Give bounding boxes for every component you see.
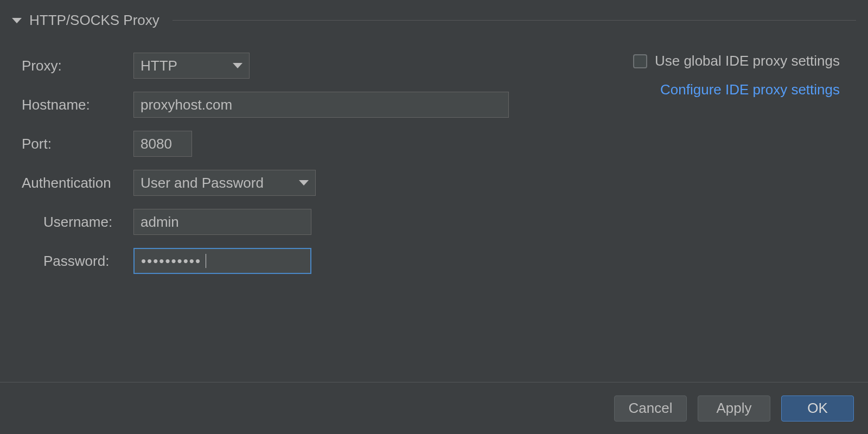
proxy-selected-value: HTTP: [141, 58, 220, 74]
dialog-footer: Cancel Apply OK: [0, 382, 868, 434]
section-title: HTTP/SOCKS Proxy: [29, 12, 159, 29]
username-value: admin: [141, 214, 179, 231]
port-label: Port:: [22, 136, 126, 152]
authentication-select[interactable]: User and Password: [133, 170, 316, 196]
cancel-button[interactable]: Cancel: [614, 395, 687, 422]
username-label: Username:: [22, 214, 126, 231]
hostname-input[interactable]: proxyhost.com: [133, 92, 509, 118]
proxy-select[interactable]: HTTP: [133, 53, 250, 79]
use-global-proxy-checkbox[interactable]: [633, 54, 647, 68]
hostname-label: Hostname:: [22, 97, 126, 113]
username-input[interactable]: admin: [133, 209, 311, 235]
authentication-label: Authentication: [22, 175, 126, 192]
section-header[interactable]: HTTP/SOCKS Proxy: [0, 0, 868, 33]
ok-button[interactable]: OK: [781, 395, 854, 422]
chevron-down-icon: [233, 63, 242, 68]
proxy-label: Proxy:: [22, 58, 126, 74]
section-rule: [173, 20, 856, 21]
use-global-proxy-label: Use global IDE proxy settings: [655, 53, 840, 69]
chevron-down-icon: [299, 180, 309, 186]
password-label: Password:: [22, 253, 126, 270]
password-input[interactable]: ••••••••••: [133, 248, 311, 274]
authentication-selected-value: User and Password: [141, 175, 286, 192]
text-caret-icon: [206, 254, 206, 268]
collapse-arrow-icon[interactable]: [12, 18, 22, 23]
hostname-value: proxyhost.com: [141, 97, 232, 113]
password-value: ••••••••••: [141, 253, 201, 270]
port-value: 8080: [141, 136, 172, 152]
configure-ide-proxy-link[interactable]: Configure IDE proxy settings: [660, 81, 840, 98]
port-input[interactable]: 8080: [133, 131, 192, 157]
apply-button[interactable]: Apply: [698, 395, 770, 422]
